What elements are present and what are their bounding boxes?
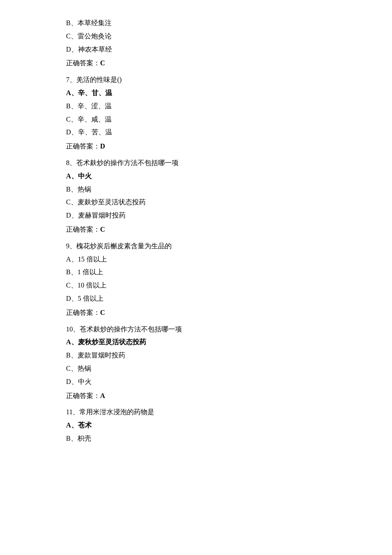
correct-value: A — [100, 392, 105, 399]
option-b-q11: B、枳壳 — [66, 433, 326, 445]
option-b-q9: B、1 倍以上 — [66, 266, 326, 279]
option-text: D、5 倍以上 — [66, 295, 104, 302]
correct-label: 正确答案： — [66, 309, 100, 316]
main-content: B、本草经集注 C、雷公炮灸论 D、神农本草经 正确答案：C 7、羌活的性味是(… — [66, 17, 326, 445]
option-b-caogenjizhu: B、本草经集注 — [66, 17, 326, 29]
question-text: 11、常用米泔水浸泡的药物是 — [66, 408, 154, 416]
option-a-q7: A、辛、甘、温 — [66, 87, 326, 99]
option-text: A、麦秋炒至灵活状态投药 — [66, 338, 146, 346]
option-text: B、本草经集注 — [66, 19, 112, 26]
option-text: B、1 倍以上 — [66, 268, 103, 276]
option-d-q7: D、辛、苦、温 — [66, 126, 326, 139]
option-text: D、神农本草经 — [66, 46, 112, 53]
option-d-shennongbencaojing: D、神农本草经 — [66, 44, 326, 56]
correct-answer-q9: 正确答案：C — [66, 307, 326, 319]
option-d-q8: D、麦赫冒烟时投药 — [66, 209, 326, 222]
option-text: A、辛、甘、温 — [66, 89, 112, 96]
option-text: B、辛、涩、温 — [66, 102, 112, 110]
option-text: C、辛、咸、温 — [66, 116, 112, 123]
option-c-q9: C、10 倍以上 — [66, 279, 326, 292]
option-text: A、中火 — [66, 172, 92, 180]
option-text: D、麦赫冒烟时投药 — [66, 212, 126, 219]
correct-label: 正确答案： — [66, 392, 100, 399]
option-d-q9: D、5 倍以上 — [66, 293, 326, 305]
question-11: 11、常用米泔水浸泡的药物是 — [66, 406, 326, 418]
option-d-q10: D、中火 — [66, 376, 326, 388]
option-text: A、15 倍以上 — [66, 256, 107, 263]
option-text: D、中火 — [66, 378, 92, 385]
question-9: 9、槐花炒炭后槲皮素含量为生品的 — [66, 240, 326, 253]
correct-value: D — [100, 142, 105, 150]
option-c-q10: C、热锅 — [66, 363, 326, 375]
correct-answer-q10: 正确答案：A — [66, 390, 326, 402]
option-text: A、苍术 — [66, 421, 92, 429]
option-text: D、辛、苦、温 — [66, 128, 112, 136]
option-a-q9: A、15 倍以上 — [66, 253, 326, 266]
option-c-q8: C、麦麸炒至灵活状态投药 — [66, 196, 326, 209]
correct-value: C — [100, 309, 105, 316]
question-8: 8、苍术麸炒的操作方法不包括哪一项 — [66, 157, 326, 169]
option-c-leigongpaojiulun: C、雷公炮灸论 — [66, 30, 326, 43]
option-text: C、热锅 — [66, 365, 91, 372]
correct-answer-q8: 正确答案：C — [66, 224, 326, 236]
option-a-q11: A、苍术 — [66, 419, 326, 432]
question-10: 10、苍术麸炒的操作方法不包括哪一项 — [66, 323, 326, 336]
option-c-q7: C、辛、咸、温 — [66, 113, 326, 126]
correct-value: C — [100, 226, 105, 233]
option-a-q8: A、中火 — [66, 170, 326, 183]
question-text: 9、槐花炒炭后槲皮素含量为生品的 — [66, 242, 172, 250]
option-a-q10: A、麦秋炒至灵活状态投药 — [66, 336, 326, 349]
correct-answer-q7: 正确答案：D — [66, 140, 326, 153]
option-b-q7: B、辛、涩、温 — [66, 100, 326, 113]
option-text: B、热锅 — [66, 186, 91, 193]
question-7: 7、羌活的性味是() — [66, 74, 326, 86]
option-text: C、雷公炮灸论 — [66, 32, 112, 40]
option-text: C、麦麸炒至灵活状态投药 — [66, 198, 146, 206]
option-b-q8: B、热锅 — [66, 183, 326, 196]
option-text: C、10 倍以上 — [66, 282, 107, 289]
option-text: B、麦款冒烟时投药 — [66, 352, 125, 359]
correct-label: 正确答案： — [66, 59, 100, 67]
correct-answer-q6: 正确答案：C — [66, 57, 326, 70]
question-text: 7、羌活的性味是() — [66, 76, 122, 83]
correct-value: C — [100, 59, 105, 67]
question-text: 8、苍术麸炒的操作方法不包括哪一项 — [66, 159, 179, 166]
option-b-q10: B、麦款冒烟时投药 — [66, 349, 326, 362]
option-text: B、枳壳 — [66, 435, 91, 442]
correct-label: 正确答案： — [66, 226, 100, 233]
question-text: 10、苍术麸炒的操作方法不包括哪一项 — [66, 325, 182, 333]
correct-label: 正确答案： — [66, 142, 100, 150]
